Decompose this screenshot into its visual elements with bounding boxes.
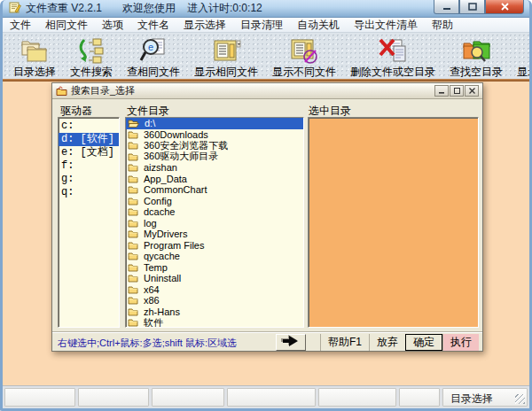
directory-item[interactable]: aizshan: [126, 162, 303, 174]
directory-item[interactable]: log: [126, 218, 303, 229]
directory-item[interactable]: d:\: [126, 118, 303, 129]
dialog-minimize-button[interactable]: [434, 85, 449, 97]
directory-item[interactable]: dcache: [126, 206, 303, 218]
status-panel: [78, 388, 149, 407]
drive-item[interactable]: q:: [59, 186, 119, 199]
folder-closed-icon: [128, 141, 141, 150]
menu-item-相同文件[interactable]: 相同文件: [38, 17, 95, 34]
folder-closed-icon: [128, 130, 141, 139]
folder-closed-icon: [128, 307, 141, 316]
toolbar-button-查相同文件[interactable]: e查相同文件: [120, 35, 187, 81]
menu-item-目录清理[interactable]: 目录清理: [233, 17, 290, 34]
drive-item[interactable]: c:: [59, 120, 119, 133]
toolbar-button-文件搜索[interactable]: 文件搜索: [63, 35, 120, 81]
toolbar-label: 删除文件或空目录: [350, 65, 435, 80]
directory-label: Temp: [144, 262, 168, 273]
directory-label: x64: [144, 284, 160, 295]
menu-bar: 文件相同文件选项文件名显示选择目录清理自动关机导出文件清单帮助: [3, 18, 529, 33]
dialog-button-执行[interactable]: 执行: [442, 334, 479, 351]
directory-item[interactable]: x64: [126, 284, 303, 296]
dialog-maximize-button[interactable]: [450, 85, 464, 97]
directory-item[interactable]: qycache: [126, 251, 303, 262]
directory-list[interactable]: d:\360Downloads360安全浏览器下载360驱动大师目录aizsha…: [125, 117, 304, 328]
toolbar-button-显示不同文件[interactable]: 显示不同文件: [265, 35, 343, 81]
directory-label: CommonChart: [144, 184, 207, 195]
status-bar: 目录选择: [3, 385, 529, 408]
folder-closed-icon: [128, 296, 141, 305]
menu-item-文件名[interactable]: 文件名: [130, 17, 176, 34]
drive-item[interactable]: f:: [59, 159, 119, 173]
directory-item[interactable]: 软件: [126, 317, 303, 328]
dialog-button-确定[interactable]: 确定: [405, 334, 442, 351]
search-directory-dialog: 搜索目录_选择 驱动器 文件目录 选中目录 c:d: [软件]e: [文档]f:…: [51, 82, 483, 352]
toolbar-label: 目录选择: [13, 65, 56, 80]
move-right-button[interactable]: [276, 334, 306, 351]
folder-closed-icon: [128, 163, 141, 172]
dialog-close-button[interactable]: [465, 85, 479, 97]
menu-item-导出文件清单[interactable]: 导出文件清单: [347, 17, 425, 34]
directory-label: Config: [144, 196, 172, 206]
drive-item[interactable]: e: [文档]: [59, 146, 119, 159]
folder-closed-icon: [128, 241, 141, 250]
directory-item[interactable]: CommonChart: [126, 184, 303, 196]
directory-item[interactable]: App_Data: [126, 174, 303, 185]
directory-label: dcache: [144, 206, 175, 217]
menu-item-文件[interactable]: 文件: [3, 17, 38, 34]
status-panel: [152, 388, 224, 407]
drive-item[interactable]: g:: [59, 173, 119, 186]
status-panel: [4, 388, 75, 407]
folder-closed-icon: [128, 197, 141, 206]
dialog-button-放弃[interactable]: 放弃: [369, 334, 405, 351]
drive-list[interactable]: c:d: [软件]e: [文档]f:g:q:: [58, 117, 120, 328]
directory-label: d:\: [145, 118, 155, 128]
toolbar-button-删除文件或空目录[interactable]: 删除文件或空目录: [343, 35, 442, 81]
drive-item[interactable]: d: [软件]: [59, 133, 119, 146]
window-title: 文件查重 V2.2.1: [26, 1, 102, 16]
folder-closed-icon: [128, 252, 141, 260]
directory-item[interactable]: Uninstall: [126, 273, 303, 284]
title-bar[interactable]: 文件查重 V2.2.1 欢迎您使用 进入计时:0:0:12: [3, 0, 529, 18]
directory-item[interactable]: Temp: [126, 262, 303, 274]
folder-doc-icon: [211, 35, 241, 66]
close-button[interactable]: [485, 0, 524, 14]
folder-closed-icon: [128, 285, 141, 294]
status-panel: [318, 388, 396, 407]
menu-item-选项[interactable]: 选项: [95, 17, 130, 34]
toolbar-label: 查相同文件: [127, 65, 180, 80]
client-area: 搜索目录_选择 驱动器 文件目录 选中目录 c:d: [软件]e: [文档]f:…: [3, 81, 529, 385]
toolbar-label: 查找空目录: [450, 65, 503, 80]
directory-item[interactable]: Program Files: [126, 240, 303, 252]
directory-label: qycache: [144, 251, 180, 261]
menu-item-帮助[interactable]: 帮助: [425, 17, 460, 34]
empty-folder-icon: [528, 35, 532, 66]
search-doc-icon: e: [138, 35, 168, 66]
directory-label: Uninstall: [144, 273, 181, 283]
toolbar-button-查找空目录[interactable]: 查找空目录: [442, 35, 510, 81]
folder-closed-icon: [128, 219, 141, 228]
directory-item[interactable]: x86: [126, 295, 303, 306]
dialog-title-bar[interactable]: 搜索目录_选择: [52, 83, 482, 99]
toolbar-button-目录选择[interactable]: 目录选择: [6, 35, 63, 81]
dialog-button-帮助F1[interactable]: 帮助F1: [320, 334, 369, 351]
timer-text: 进入计时:0:0:12: [187, 1, 262, 16]
folder-closed-icon: [128, 174, 141, 183]
directory-label: x86: [144, 295, 160, 306]
toolbar-label: 显示相同文件: [194, 65, 258, 80]
delete-doc-icon: [378, 35, 408, 66]
menu-item-自动关机[interactable]: 自动关机: [290, 17, 347, 34]
toolbar-button-显示空目录[interactable]: 显示空目录: [510, 35, 532, 81]
minimize-button[interactable]: [434, 0, 459, 14]
folder-closed-icon: [128, 152, 141, 161]
selected-directory-panel[interactable]: [308, 117, 479, 328]
maximize-button[interactable]: [459, 0, 485, 14]
directory-item[interactable]: Config: [126, 196, 303, 207]
directory-item[interactable]: 360驱动大师目录: [126, 151, 303, 163]
toolbar-button-显示相同文件[interactable]: 显示相同文件: [187, 35, 265, 81]
directory-item[interactable]: MyDrivers: [126, 229, 303, 240]
app-icon: [8, 1, 21, 17]
folder-diff-icon: [289, 35, 319, 66]
toolbar-label: 文件搜索: [70, 65, 113, 80]
folder-closed-icon: [128, 185, 141, 194]
resize-grip-icon[interactable]: [515, 394, 525, 404]
menu-item-显示选择[interactable]: 显示选择: [176, 17, 233, 34]
